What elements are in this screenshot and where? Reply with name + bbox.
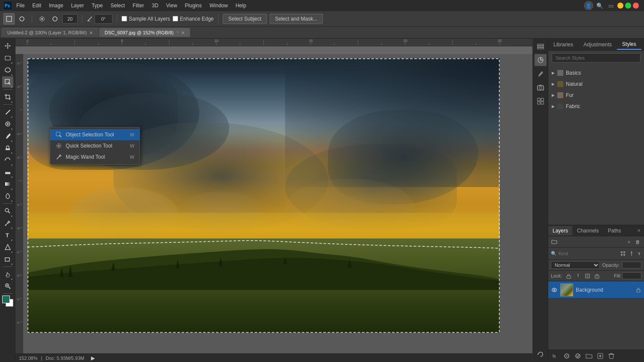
layer-group-btn[interactable] bbox=[584, 351, 594, 361]
brush-settings-btn[interactable] bbox=[49, 13, 61, 24]
layers-folder-btn[interactable] bbox=[551, 238, 558, 245]
shape-tool-btn[interactable]: ▾ bbox=[2, 253, 13, 265]
style-group-natural-header[interactable]: ▶ Natural bbox=[548, 79, 644, 89]
menu-plugins[interactable]: Plugins bbox=[182, 2, 205, 9]
layers-add-btn[interactable]: + bbox=[625, 238, 633, 246]
layer-mask-btn[interactable] bbox=[562, 351, 571, 361]
layers-filter-input[interactable] bbox=[559, 251, 618, 256]
history-panel-btn[interactable] bbox=[535, 348, 547, 360]
lock-pixels-btn[interactable] bbox=[565, 272, 572, 280]
lasso-tool-btn[interactable]: ▾ bbox=[2, 64, 13, 75]
status-expand-btn[interactable]: ▶ bbox=[89, 355, 96, 362]
move-tool-btn[interactable] bbox=[2, 40, 13, 51]
menu-3d[interactable]: 3D bbox=[148, 2, 161, 9]
layer-pixel-filter[interactable] bbox=[620, 249, 626, 258]
rect-mode-btn[interactable] bbox=[3, 13, 15, 24]
tab-libraries[interactable]: Libraries bbox=[548, 40, 578, 49]
enhance-edge-checkbox[interactable] bbox=[173, 16, 178, 21]
menu-help[interactable]: Help bbox=[232, 2, 250, 9]
tab-dsc[interactable]: DSC_6097.jpg @ 152% (RGB/8) * ✕ bbox=[99, 28, 190, 37]
select-subject-button[interactable]: Select Subject bbox=[223, 14, 267, 24]
eyedropper-tool-btn[interactable]: ▾ bbox=[2, 106, 13, 118]
layer-adjustment-btn[interactable] bbox=[573, 351, 583, 361]
sample-all-layers-checkbox[interactable] bbox=[122, 16, 127, 21]
brush-size-input[interactable] bbox=[62, 14, 78, 24]
account-button[interactable]: 👤 bbox=[584, 1, 593, 10]
menu-file[interactable]: File bbox=[13, 2, 28, 9]
selection-tool-btn[interactable]: ▾ bbox=[2, 76, 13, 87]
workspace-button[interactable]: ▭ bbox=[606, 1, 616, 10]
gradient-tool-btn[interactable]: ▾ bbox=[2, 178, 13, 190]
layout-panel-btn[interactable] bbox=[535, 95, 547, 107]
close-button[interactable] bbox=[633, 3, 639, 9]
dodge-tool-btn[interactable]: ▾ bbox=[2, 205, 13, 217]
ctx-magic-wand[interactable]: Magic Wand Tool W bbox=[50, 151, 140, 163]
blur-tool-btn[interactable]: ▾ bbox=[2, 190, 13, 202]
styles-search-input[interactable] bbox=[552, 53, 641, 63]
marquee-tool-btn[interactable]: ▾ bbox=[2, 52, 13, 63]
blend-mode-select[interactable]: Normal bbox=[551, 261, 600, 269]
layer-adjustment-filter[interactable] bbox=[628, 249, 635, 258]
ctx-quick-selection[interactable]: Quick Selection Tool W bbox=[50, 140, 140, 151]
menu-layer[interactable]: Layer bbox=[67, 2, 87, 9]
sample-all-layers-label[interactable]: Sample All Layers bbox=[122, 16, 170, 22]
layer-fx-btn[interactable]: fx bbox=[551, 351, 560, 361]
layers-panel-close-btn[interactable]: ✕ bbox=[634, 228, 644, 233]
svg-point-13 bbox=[5, 208, 9, 212]
tab-layers[interactable]: Layers bbox=[548, 226, 572, 235]
adjustments-panel-btn[interactable] bbox=[535, 54, 547, 66]
layer-type-filter[interactable]: T bbox=[637, 249, 644, 258]
lasso-mode-btn[interactable] bbox=[16, 13, 27, 24]
maximize-button[interactable] bbox=[625, 3, 631, 9]
style-group-fabric-header[interactable]: ▶ Fabric bbox=[548, 101, 644, 112]
tab-dsc-close[interactable]: ✕ bbox=[181, 30, 185, 35]
layers-panel-btn[interactable] bbox=[535, 40, 547, 52]
tab-adjustments[interactable]: Adjustments bbox=[578, 40, 617, 49]
layer-delete-btn[interactable] bbox=[607, 351, 616, 361]
crop-tool-btn[interactable]: ▾ bbox=[2, 91, 13, 103]
brush-panel-btn[interactable] bbox=[535, 68, 547, 80]
tab-untitled[interactable]: Untitled-2 @ 100% (Layer 1, RGB/8#) ✕ bbox=[2, 28, 98, 37]
menu-filter[interactable]: Filter bbox=[129, 2, 148, 9]
lock-all-btn[interactable] bbox=[593, 272, 601, 280]
type-tool-btn[interactable]: T ▾ bbox=[2, 229, 13, 241]
eraser-tool-btn[interactable]: ▾ bbox=[2, 166, 13, 178]
brush-preset-btn[interactable] bbox=[36, 13, 48, 24]
ctx-object-selection[interactable]: Object Selection Tool W bbox=[50, 129, 140, 140]
path-select-btn[interactable]: ▾ bbox=[2, 241, 13, 253]
enhance-edge-label[interactable]: Enhance Edge bbox=[173, 16, 214, 22]
camera-panel-btn[interactable] bbox=[535, 81, 547, 94]
minimize-button[interactable] bbox=[617, 3, 623, 9]
search-button[interactable]: 🔍 bbox=[595, 1, 605, 10]
pen-tool-btn[interactable]: ▾ bbox=[2, 217, 13, 229]
fill-input[interactable]: 100% bbox=[622, 272, 641, 279]
layer-item-background[interactable]: Background bbox=[548, 281, 644, 299]
layer-visibility-background[interactable] bbox=[551, 287, 558, 293]
layer-new-btn[interactable] bbox=[595, 351, 605, 361]
zoom-tool-btn[interactable] bbox=[2, 281, 13, 292]
menu-view[interactable]: View bbox=[163, 2, 181, 9]
select-and-mask-button[interactable]: Select and Mask... bbox=[270, 14, 323, 24]
menu-edit[interactable]: Edit bbox=[29, 2, 45, 9]
history-brush-btn[interactable]: ▾ bbox=[2, 154, 13, 166]
menu-window[interactable]: Window bbox=[206, 2, 231, 9]
menu-select[interactable]: Select bbox=[107, 2, 128, 9]
style-group-fur-header[interactable]: ▶ Fur bbox=[548, 90, 644, 100]
tab-untitled-close[interactable]: ✕ bbox=[89, 30, 93, 35]
menu-type[interactable]: Type bbox=[88, 2, 106, 9]
tab-styles[interactable]: Styles bbox=[617, 39, 641, 50]
layers-delete-btn[interactable]: 🗑 bbox=[634, 238, 641, 246]
lock-artboards-btn[interactable] bbox=[583, 272, 591, 280]
foreground-color-swatch[interactable] bbox=[2, 296, 10, 303]
hand-tool-btn[interactable]: ▾ bbox=[2, 268, 13, 280]
menu-image[interactable]: Image bbox=[46, 2, 67, 9]
style-group-basics-header[interactable]: ▶ Basics bbox=[548, 68, 644, 78]
brush-tool-btn[interactable]: ▾ bbox=[2, 130, 13, 142]
tab-channels[interactable]: Channels bbox=[573, 226, 603, 235]
angle-input[interactable] bbox=[94, 14, 112, 24]
healing-tool-btn[interactable]: ▾ bbox=[2, 118, 13, 130]
lock-position-btn[interactable] bbox=[574, 272, 582, 280]
opacity-input[interactable]: 100% bbox=[622, 262, 641, 268]
tab-paths[interactable]: Paths bbox=[604, 226, 626, 235]
stamp-tool-btn[interactable]: ▾ bbox=[2, 142, 13, 154]
